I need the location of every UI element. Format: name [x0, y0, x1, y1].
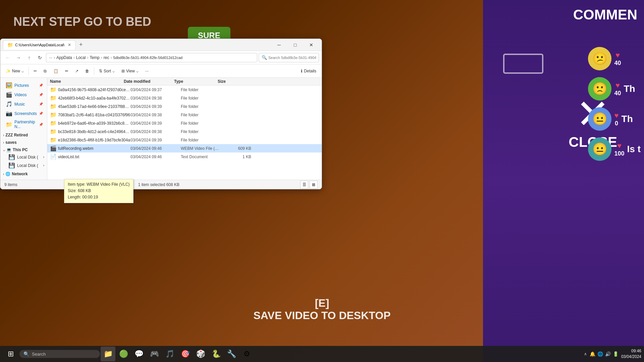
table-row[interactable]: 🎬 fullRecording.webm 03/04/2024 09:46 WE…	[47, 144, 322, 153]
tab-close-icon[interactable]: ✕	[68, 43, 71, 47]
up-button[interactable]: ↑	[24, 53, 34, 62]
reaction-item-3: 😐 ♥ 100 Is t	[588, 137, 641, 161]
sidebar-section-zzz[interactable]: › ZZZ Retired	[0, 131, 47, 138]
taskbar-app-game2[interactable]: 🎲	[193, 347, 208, 361]
reactions-column: 😕 ♥ 40 🙁 ♥ 40 Th 😐 ♥ 0 Th 😐 ♥	[588, 47, 641, 161]
path-segment-5[interactable]: 5dbd8b3e-5b31-4904-82fe-56d012d12cad	[113, 56, 182, 60]
start-button[interactable]: ⊞	[3, 346, 19, 362]
emoji-3[interactable]: 😐	[588, 137, 611, 161]
status-bar: 9 items 1 item selected 608 KB ☰ ⊞	[0, 180, 322, 189]
pin-icon-screenshots: 📌	[39, 112, 43, 115]
taskbar-app-extra[interactable]: ⚙	[239, 347, 254, 361]
copy-button[interactable]: ⧉	[41, 67, 49, 75]
table-row[interactable]: 📁 bc33e818-3bdb-4d12-ace6-c4e24964cd93 0…	[47, 127, 322, 136]
back-button[interactable]: ←	[3, 53, 12, 62]
col-header-size[interactable]: Size	[218, 79, 245, 84]
details-button[interactable]: ℹ Details	[298, 67, 319, 75]
network-tray-icon[interactable]: 🌐	[597, 351, 603, 357]
col-header-name[interactable]: Name	[50, 79, 124, 84]
search-box[interactable]: 🔍	[259, 53, 319, 62]
col-header-type[interactable]: Type	[174, 79, 218, 84]
table-row[interactable]: 📁 7083baf1-2cf6-4a61-81ba-c041f3376f96 0…	[47, 111, 322, 119]
taskbar-app-steam[interactable]: 🎮	[147, 347, 162, 361]
minimize-button[interactable]: ─	[271, 40, 287, 50]
battery-tray-icon[interactable]: 🔋	[613, 351, 619, 357]
path-segment-4[interactable]: rec	[104, 55, 109, 60]
sidebar-item-localdisk-c[interactable]: 💾 Local Disk ( ›	[0, 153, 47, 161]
emoji-1[interactable]: 🙁	[588, 77, 611, 101]
sidebar-network-label: Network	[12, 172, 28, 176]
sidebar-item-localdisk-d[interactable]: 💾 Local Disk ( ›	[0, 161, 47, 170]
cut-button[interactable]: ✂	[31, 67, 40, 75]
path-segment-0[interactable]: ···	[49, 55, 52, 60]
search-input[interactable]	[268, 56, 316, 60]
partnership-icon: 📁	[6, 121, 12, 128]
status-selected-info: 1 item selected 608 KB	[138, 182, 179, 187]
rename-button[interactable]: ✏	[62, 67, 71, 75]
taskbar-app-fileexplorer[interactable]: 📁	[101, 347, 115, 361]
tray-chevron-icon[interactable]: ∧	[584, 352, 587, 356]
saves-chevron-icon: ›	[3, 141, 4, 144]
desktop-text-topleft: NEXT STEP GO TO BED	[13, 13, 151, 30]
taskbar-search[interactable]: 🔍 Search	[19, 350, 100, 358]
network-chevron-icon: ›	[3, 172, 4, 176]
view-button[interactable]: ⊞ View ⌵	[119, 67, 141, 75]
sidebar-section-thispc[interactable]: ⌵ 💻 This PC	[0, 145, 47, 153]
address-bar-row: ← → ↑ ↻ ··· › AppData › Local › Temp › r…	[0, 51, 322, 64]
path-segment-1[interactable]: AppData	[56, 55, 72, 60]
file-list: Name Date modified Type Size 📁 0a9a4156-…	[47, 78, 322, 180]
right-panel: COMMEN ✕ CLOSE 😕 ♥ 40 🙁 ♥ 40 Th 😐 ♥	[483, 0, 644, 362]
table-row[interactable]: 📁 e18d2386-8bc5-4f6f-b1f6-19d7bcfe304a 0…	[47, 136, 322, 144]
taskbar-app-game1[interactable]: 🎯	[178, 347, 193, 361]
table-row[interactable]: 📁 b4eb972e-6ad6-4fce-a039-3932b6c8cef2 0…	[47, 119, 322, 127]
sort-button[interactable]: ⇅ Sort ⌵	[96, 67, 117, 75]
notification-icon[interactable]: 🔔	[590, 351, 595, 357]
table-row[interactable]: 📁 42eb68f3-b4d2-4c10-aa0a-ba4fe3702cb6 0…	[47, 94, 322, 102]
taskbar-app-discord[interactable]: 💬	[131, 347, 146, 361]
new-tab-button[interactable]: +	[77, 41, 85, 49]
forward-button[interactable]: →	[14, 53, 23, 62]
table-row[interactable]: 📁 45ae53d8-17ad-4e66-b9ee-21037f88d061 0…	[47, 102, 322, 111]
more-button[interactable]: ···	[143, 67, 151, 75]
new-button[interactable]: ✨ New ⌵	[3, 67, 26, 75]
toolbar-row: ✨ New ⌵ ✂ ⧉ 📋 ✏ ↗ 🗑 ⇅ Sort ⌵ ⊞ View ⌵ ··…	[0, 64, 322, 78]
grid-view-button[interactable]: ⊞	[310, 181, 318, 189]
explorer-tab[interactable]: 📁 C:\Users\User\AppData\Local\ ✕	[3, 40, 75, 50]
paste-button[interactable]: 📋	[51, 67, 61, 75]
emoji-2[interactable]: 😐	[588, 107, 611, 131]
taskbar-app-browser-chrome[interactable]: 🟢	[116, 347, 131, 361]
emoji-0[interactable]: 😕	[588, 47, 611, 70]
sidebar-section-network[interactable]: › 🌐 Network	[0, 170, 47, 177]
reaction-item-0: 😕 ♥ 40	[588, 47, 641, 70]
file-name-7: fullRecording.webm	[58, 146, 130, 151]
volume-icon[interactable]: 🔊	[605, 351, 611, 357]
table-row[interactable]: 📄 videoList.txt 03/04/2024 09:46 Text Do…	[47, 153, 322, 161]
address-path[interactable]: ··· › AppData › Local › Temp › rec › 5db…	[46, 53, 257, 62]
file-name-5: bc33e818-3bdb-4d12-ace6-c4e24964cd93	[58, 129, 130, 134]
close-button[interactable]: ✕	[304, 40, 319, 50]
refresh-button[interactable]: ↻	[35, 53, 45, 62]
sidebar-section-saves[interactable]: › saves	[0, 138, 47, 145]
table-row[interactable]: 📁 0a9a4156-9b75-4808-a24f-f2937d0ce7e0 0…	[47, 85, 322, 94]
new-icon: ✨	[6, 69, 11, 73]
list-view-button[interactable]: ☰	[300, 181, 308, 189]
col-header-date[interactable]: Date modified	[124, 79, 174, 84]
sidebar-item-music[interactable]: 🎵 Music 📌	[2, 100, 46, 109]
reaction-text-2: Th	[622, 114, 633, 124]
path-segment-2[interactable]: Local	[76, 55, 86, 60]
sidebar-item-screenshots[interactable]: 📷 Screenshots 📌	[2, 109, 46, 118]
delete-button[interactable]: 🗑	[83, 67, 92, 75]
share-button[interactable]: ↗	[72, 67, 81, 75]
sidebar-item-pictures[interactable]: 🖼️ Pictures 📌	[2, 81, 46, 90]
maximize-button[interactable]: □	[287, 40, 303, 50]
sidebar-item-videos[interactable]: 🎬 Videos 📌	[2, 90, 46, 99]
taskbar-time-date[interactable]: 09:46 03/04/2024	[621, 348, 641, 360]
taskbar-app-music[interactable]: 🎵	[162, 347, 177, 361]
taskbar-app-python[interactable]: 🐍	[209, 347, 223, 361]
path-sep-1: ›	[73, 55, 75, 60]
file-size-8: 1 KB	[224, 155, 251, 159]
sidebar-item-partnership[interactable]: 📁 Partnership N... 📌	[2, 118, 46, 130]
path-segment-3[interactable]: Temp	[90, 55, 99, 60]
taskbar-app-tools[interactable]: 🔧	[224, 347, 239, 361]
reaction-text-3: Is t	[627, 144, 641, 155]
